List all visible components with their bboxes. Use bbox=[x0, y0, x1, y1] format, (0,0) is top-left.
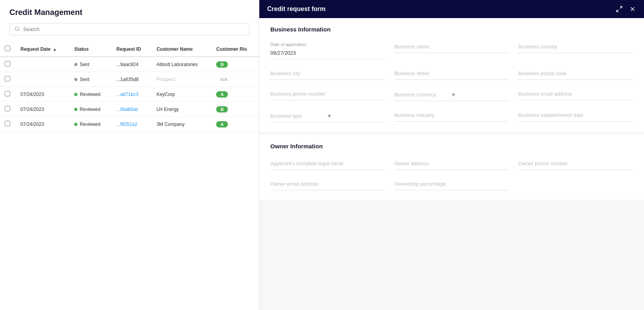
expand-button[interactable] bbox=[616, 6, 623, 13]
owner-email-field: Owner email address bbox=[270, 179, 385, 190]
col-request-date[interactable]: Request Date ▲ bbox=[16, 42, 70, 57]
business-city-placeholder[interactable]: Business city bbox=[270, 69, 385, 80]
risk-badge: B bbox=[216, 106, 228, 113]
col-checkbox bbox=[0, 42, 16, 57]
cell-risk: N/A bbox=[211, 72, 259, 87]
risk-badge: A bbox=[216, 91, 228, 98]
status-dot-icon bbox=[74, 78, 77, 81]
owner-address-field: Owner address bbox=[394, 159, 509, 170]
cell-request-id[interactable]: ...f8351a2 bbox=[112, 117, 152, 132]
ownership-percentage-field: Ownership percentage bbox=[394, 179, 509, 190]
left-panel: Credit Management Request Date ▲ Status … bbox=[0, 0, 259, 310]
business-currency-field: Business currency ▾ bbox=[394, 89, 509, 101]
owner-phone-placeholder[interactable]: Owner phone number bbox=[518, 159, 633, 170]
cell-date: 07/24/2023 bbox=[16, 87, 70, 102]
business-email-placeholder[interactable]: Business email address bbox=[518, 89, 633, 100]
row-checkbox[interactable] bbox=[5, 76, 10, 81]
cell-request-id[interactable]: ...0bab0ac bbox=[112, 102, 152, 117]
business-name-field: Business name bbox=[394, 42, 509, 59]
date-of-application-label: Date of application bbox=[270, 42, 385, 47]
business-establishment-date-field: Business establishment date bbox=[518, 111, 633, 122]
risk-badge: N/A bbox=[216, 76, 231, 83]
search-bar bbox=[9, 23, 250, 35]
cell-date bbox=[16, 57, 70, 72]
cell-request-id: ...1a635d8 bbox=[112, 72, 152, 87]
business-type-placeholder: Business type bbox=[270, 113, 328, 119]
business-info-section: Business Information Date of application… bbox=[259, 18, 644, 132]
row-checkbox[interactable] bbox=[5, 91, 10, 96]
status-label: Sent bbox=[80, 77, 90, 82]
cell-status: Reviewed bbox=[70, 117, 112, 132]
date-of-application-value[interactable]: 09/27/2023 bbox=[270, 48, 385, 59]
business-currency-dropdown[interactable]: Business currency ▾ bbox=[394, 89, 509, 101]
business-phone-field: Business phone number bbox=[270, 89, 385, 101]
row-checkbox[interactable] bbox=[5, 121, 10, 126]
table-row: 07/24/2023Reviewed...f8351a23M CompanyA bbox=[0, 117, 259, 132]
business-country-field: Business country bbox=[518, 42, 633, 59]
cell-request-id[interactable]: ...a871bc3 bbox=[112, 87, 152, 102]
risk-badge: B bbox=[216, 61, 228, 68]
status-label: Reviewed bbox=[80, 107, 101, 112]
svg-line-2 bbox=[620, 6, 622, 8]
cell-status: Sent bbox=[70, 57, 112, 72]
svg-line-3 bbox=[616, 10, 618, 12]
search-input[interactable] bbox=[23, 26, 244, 32]
request-id-link[interactable]: ...0bab0ac bbox=[116, 107, 138, 112]
applicant-legal-name-field: Applicant's complete legal name bbox=[270, 159, 385, 170]
owner-address-placeholder[interactable]: Owner address bbox=[394, 159, 509, 170]
select-all-checkbox[interactable] bbox=[5, 46, 10, 51]
status-label: Reviewed bbox=[80, 92, 101, 97]
page-title: Credit Management bbox=[0, 0, 259, 23]
business-city-field: Business city bbox=[270, 69, 385, 80]
business-email-field: Business email address bbox=[518, 89, 633, 101]
request-id-link[interactable]: ...f8351a2 bbox=[116, 122, 137, 127]
business-postal-code-placeholder[interactable]: Business postal code bbox=[518, 69, 633, 80]
owner-phone-field: Owner phone number bbox=[518, 159, 633, 170]
request-id-link[interactable]: ...a871bc3 bbox=[116, 92, 138, 97]
close-button[interactable] bbox=[629, 6, 636, 13]
cell-customer-name: LH Energy bbox=[152, 102, 211, 117]
data-table: Request Date ▲ Status Request ID Custome… bbox=[0, 42, 259, 132]
business-phone-placeholder[interactable]: Business phone number bbox=[270, 89, 385, 100]
business-country-placeholder[interactable]: Business country bbox=[518, 42, 633, 53]
row-checkbox[interactable] bbox=[5, 106, 10, 111]
owner-info-section: Owner Information Applicant's complete l… bbox=[259, 135, 644, 200]
cell-customer-name: 3M Company bbox=[152, 117, 211, 132]
owner-email-placeholder[interactable]: Owner email address bbox=[270, 179, 385, 190]
business-postal-code-field: Business postal code bbox=[518, 69, 633, 80]
business-name-placeholder[interactable]: Business name bbox=[394, 42, 509, 53]
svg-point-0 bbox=[15, 27, 19, 30]
col-customer-risk: Customer Ris bbox=[211, 42, 259, 57]
owner-form-grid: Applicant's complete legal name Owner ad… bbox=[270, 159, 633, 190]
status-dot-icon bbox=[74, 123, 77, 126]
expand-icon bbox=[616, 6, 623, 13]
risk-badge: A bbox=[216, 121, 228, 127]
col-customer-name: Customer Name bbox=[152, 42, 211, 57]
table-row: Sent...9aac924Abbott LaboratoriesB bbox=[0, 57, 259, 72]
applicant-legal-name-placeholder[interactable]: Applicant's complete legal name bbox=[270, 159, 385, 170]
status-label: Reviewed bbox=[80, 122, 101, 127]
row-checkbox[interactable] bbox=[5, 61, 10, 66]
business-type-field: Business type ▾ bbox=[270, 111, 385, 122]
search-icon bbox=[15, 26, 20, 33]
cell-risk: B bbox=[211, 57, 259, 72]
cell-request-id: ...9aac924 bbox=[112, 57, 152, 72]
cell-date bbox=[16, 72, 70, 87]
modal-body: Business Information Date of application… bbox=[259, 18, 644, 310]
sort-arrow-icon: ▲ bbox=[53, 47, 57, 52]
business-section-title: Business Information bbox=[270, 26, 633, 33]
modal-header: Credit request form bbox=[259, 0, 644, 18]
ownership-percentage-placeholder[interactable]: Ownership percentage bbox=[394, 179, 509, 190]
business-currency-placeholder: Business currency bbox=[394, 92, 452, 98]
business-industry-placeholder[interactable]: Business industry bbox=[394, 111, 509, 122]
business-establishment-date-placeholder[interactable]: Business establishment date bbox=[518, 111, 633, 122]
cell-customer-name: KeyCorp bbox=[152, 87, 211, 102]
business-type-dropdown[interactable]: Business type ▾ bbox=[270, 111, 385, 122]
close-icon bbox=[629, 6, 636, 13]
business-street-placeholder[interactable]: Business street bbox=[394, 69, 509, 80]
cell-risk: A bbox=[211, 87, 259, 102]
col-request-id: Request ID bbox=[112, 42, 152, 57]
svg-line-1 bbox=[18, 30, 20, 31]
table-row: Sent...1a635d8ProspectN/A bbox=[0, 72, 259, 87]
owner-section-title: Owner Information bbox=[270, 143, 633, 149]
